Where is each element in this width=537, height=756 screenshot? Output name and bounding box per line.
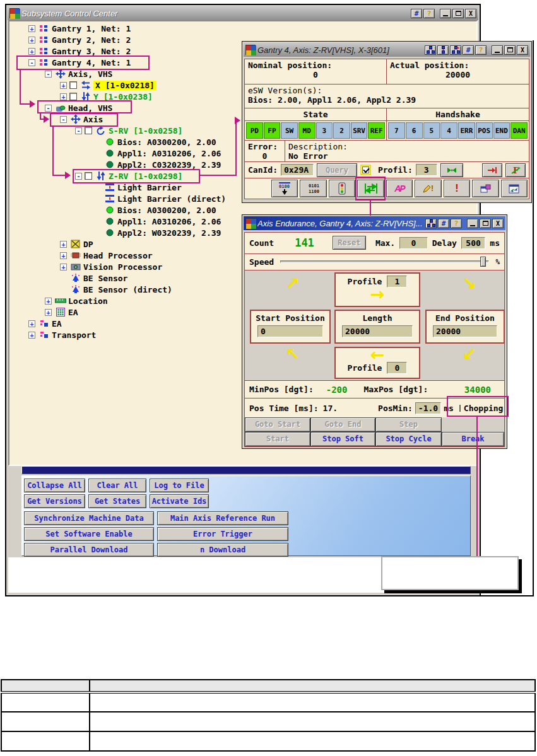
- tree-checkbox[interactable]: [85, 172, 92, 180]
- callout-box: [381, 556, 519, 590]
- tree-expander[interactable]: +: [60, 264, 67, 270]
- stop-cycle-button[interactable]: Stop Cycle: [375, 432, 442, 446]
- tree-expander[interactable]: -: [45, 105, 52, 112]
- close-button[interactable]: X: [492, 219, 504, 228]
- binary-code-button[interactable]: 01011100: [300, 180, 326, 197]
- tree-expander[interactable]: -: [28, 59, 35, 66]
- figure-frame-right: [533, 40, 534, 596]
- tree-expander[interactable]: +: [60, 93, 67, 100]
- active-checkbox[interactable]: [360, 165, 371, 175]
- profil-field[interactable]: 3: [416, 164, 437, 176]
- tree-expander[interactable]: +: [60, 82, 67, 89]
- no-f-button[interactable]: F: [505, 163, 526, 177]
- length-field[interactable]: 20000: [342, 325, 413, 337]
- tree-checkbox[interactable]: [69, 93, 77, 100]
- help-icon[interactable]: ?: [475, 45, 487, 55]
- error-trigger-button[interactable]: Error Trigger: [157, 527, 288, 541]
- end-position-field[interactable]: 20000: [433, 325, 497, 337]
- network-icon[interactable]: [425, 219, 437, 228]
- subsystem-titlebar[interactable]: Subsystem Control Center #?X: [8, 6, 478, 20]
- help-icon[interactable]: ?: [423, 9, 435, 18]
- break-button[interactable]: Break: [442, 432, 504, 446]
- slider-track: [280, 260, 489, 263]
- tree-expander[interactable]: +: [60, 241, 67, 248]
- get-states-button[interactable]: Get States: [88, 494, 146, 508]
- activate-ids-button[interactable]: Activate Ids: [150, 494, 209, 508]
- maximize-button[interactable]: [452, 9, 464, 18]
- arrow-limit-button[interactable]: [482, 163, 502, 177]
- log-to-file-button[interactable]: Log to File: [150, 479, 209, 492]
- tree-expander[interactable]: -: [75, 127, 82, 134]
- network3-icon[interactable]: [450, 45, 461, 55]
- flag-sw: SW: [281, 122, 298, 139]
- slider-thumb[interactable]: [480, 257, 486, 267]
- chart-window-button[interactable]: [501, 180, 528, 197]
- max-field[interactable]: 0: [399, 237, 428, 249]
- goto-start-button[interactable]: Goto Start: [245, 417, 310, 432]
- maximize-button[interactable]: [504, 45, 516, 55]
- edit-alert-button[interactable]: !: [415, 180, 441, 197]
- posmin-field[interactable]: -1.0: [415, 402, 441, 414]
- close-button[interactable]: X: [465, 9, 476, 18]
- profile-forward-field[interactable]: 1: [387, 276, 407, 288]
- pos-time-value: 17.: [323, 404, 338, 413]
- network2-icon[interactable]: [437, 45, 449, 55]
- get-versions-button[interactable]: Get Versions: [24, 494, 85, 508]
- tree-expander[interactable]: +: [28, 48, 35, 55]
- goto-end-button[interactable]: Goto End: [310, 417, 375, 432]
- tree-expander[interactable]: +: [45, 298, 52, 305]
- canid-field[interactable]: 0x29A: [281, 164, 314, 176]
- minimize-button[interactable]: [467, 219, 478, 228]
- copy-window-button[interactable]: [472, 180, 499, 197]
- minimize-button[interactable]: [440, 9, 451, 18]
- help-icon[interactable]: ?: [451, 219, 462, 228]
- gantry-titlebar[interactable]: Gantry 4, Axis: Z-RV[VHS], X-3[601] #?X: [244, 43, 530, 57]
- tree-checkbox[interactable]: [69, 81, 77, 89]
- tree-expander[interactable]: +: [60, 252, 67, 259]
- endurance-button[interactable]: [357, 180, 384, 197]
- tree-expander[interactable]: -: [45, 71, 52, 78]
- tree-expander[interactable]: +: [28, 25, 35, 32]
- maxpos-value: 34000: [464, 385, 491, 395]
- center-arrows-button[interactable]: [440, 163, 463, 177]
- chopping-checkbox[interactable]: [459, 405, 461, 412]
- speed-slider[interactable]: [280, 257, 489, 267]
- stop-soft-button[interactable]: Stop Soft: [310, 432, 375, 446]
- binary-download-button[interactable]: 0100: [271, 180, 298, 197]
- separator-bar: [21, 466, 471, 474]
- clear-all-button[interactable]: Clear All: [88, 479, 146, 492]
- minimize-button[interactable]: [492, 45, 503, 55]
- tree-expander[interactable]: -: [60, 116, 67, 123]
- traffic-light-button[interactable]: [329, 180, 355, 197]
- hash-icon[interactable]: #: [463, 45, 474, 55]
- main-axis-reference-run-button[interactable]: Main Axis Reference Run: [157, 511, 288, 525]
- n-download-button[interactable]: n Download: [157, 543, 288, 557]
- flag-2: 2: [333, 122, 350, 139]
- maximize-button[interactable]: [480, 219, 491, 228]
- tree-expander[interactable]: +: [28, 320, 35, 327]
- parallel-download-button[interactable]: Parallel Download: [24, 543, 154, 557]
- alert-button[interactable]: !: [444, 180, 470, 197]
- profile-backward-field[interactable]: 0: [387, 362, 407, 374]
- step-button[interactable]: Step: [375, 417, 442, 432]
- endurance-titlebar[interactable]: Axis Endurance, Gantry 4, Axis: Z-RV[VHS…: [244, 216, 505, 230]
- tree-expander[interactable]: -: [75, 173, 82, 180]
- ap-button[interactable]: AP: [386, 180, 413, 197]
- reset-button[interactable]: Reset: [333, 236, 366, 250]
- tree-expander[interactable]: +: [28, 332, 35, 339]
- tree-expander[interactable]: +: [28, 37, 35, 44]
- start-button[interactable]: Start: [245, 432, 310, 446]
- hash-icon[interactable]: #: [411, 9, 422, 18]
- set-software-enable-button[interactable]: Set Software Enable: [24, 527, 154, 541]
- delay-field[interactable]: 500: [461, 237, 486, 249]
- synchronize-machine-data-button[interactable]: Synchronize Machine Data: [24, 511, 154, 525]
- tree-checkbox[interactable]: [85, 127, 92, 134]
- network-icon[interactable]: [425, 45, 436, 55]
- query-button[interactable]: Query: [317, 163, 357, 177]
- tree-item-gantry-1-net-1[interactable]: +Gantry 1, Net: 1: [9, 23, 476, 34]
- close-button[interactable]: X: [517, 45, 528, 55]
- tree-expander[interactable]: +: [45, 309, 52, 316]
- start-position-field[interactable]: 0: [257, 325, 323, 337]
- hash-icon[interactable]: #: [438, 219, 449, 228]
- collapse-all-button[interactable]: Collapse All: [24, 479, 85, 492]
